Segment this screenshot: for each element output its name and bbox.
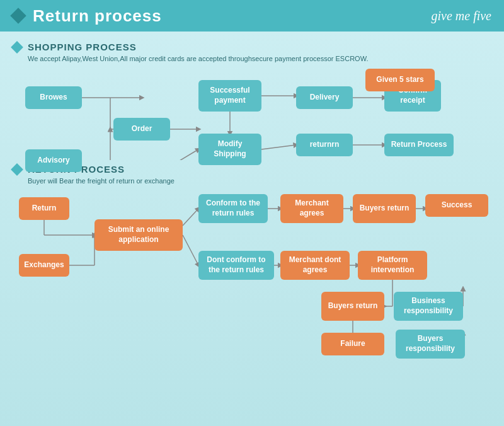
buyers-return1-box: Buyers return	[353, 194, 416, 223]
conform-box: Conform to the return rules	[198, 194, 268, 223]
shopping-section-title: SHOPPING PROCESS	[28, 42, 137, 52]
order-box: Order	[113, 118, 170, 141]
header-title: Return process	[33, 6, 162, 26]
svg-line-19	[183, 209, 198, 226]
shopping-section-header: SHOPPING PROCESS	[13, 42, 491, 52]
shopping-diamond-icon	[11, 41, 23, 54]
svg-line-7	[180, 149, 198, 160]
return-section-header: RETURN PROCESS	[13, 164, 491, 175]
payment-box: Successful payment	[198, 80, 261, 112]
header-diamond-icon	[10, 8, 26, 23]
return-flow: Return Exchanges Submit an online applic…	[13, 191, 491, 371]
header-logo: give me five	[432, 9, 492, 23]
buyers-return2-box: Buyers return	[321, 292, 384, 321]
business-resp-box: Business responsibility	[394, 292, 463, 321]
buyers-resp-box: Buyers responsibility	[396, 330, 465, 359]
svg-line-20	[183, 235, 198, 265]
given5-box: Given 5 stars	[365, 69, 435, 91]
svg-line-12	[261, 145, 296, 149]
advisory-box: Advisory	[25, 149, 82, 172]
success-box: Success	[425, 194, 488, 217]
return-desc: Buyer will Bear the freight of return or…	[13, 177, 491, 185]
dontconform-box: Dont conform to the return rules	[198, 251, 274, 280]
modify-box: Modify Shipping	[198, 134, 261, 165]
shopping-flow: Browes Order Advisory Modify Shipping Su…	[13, 69, 491, 160]
delivery-box: Delivery	[296, 86, 353, 109]
merchant-agrees-box: Merchant agrees	[280, 194, 343, 223]
shopping-desc: We accept Alipay,West Union,All major cr…	[13, 55, 491, 62]
main-content: SHOPPING PROCESS We accept Alipay,West U…	[0, 32, 504, 426]
returnp-box: Return Process	[384, 134, 454, 156]
return-box: Return	[19, 197, 69, 220]
exchanges-box: Exchanges	[19, 254, 69, 277]
returnm-box: returnrn	[296, 134, 353, 156]
browes-box: Browes	[25, 86, 82, 109]
header: Return process give me five	[0, 0, 504, 32]
platform-box: Platform intervention	[358, 251, 427, 280]
failure-box: Failure	[321, 333, 384, 355]
return-diamond-icon	[11, 163, 23, 176]
merchant-dont-box: Merchant dont agrees	[280, 251, 350, 280]
submit-box: Submit an online application	[94, 219, 183, 251]
